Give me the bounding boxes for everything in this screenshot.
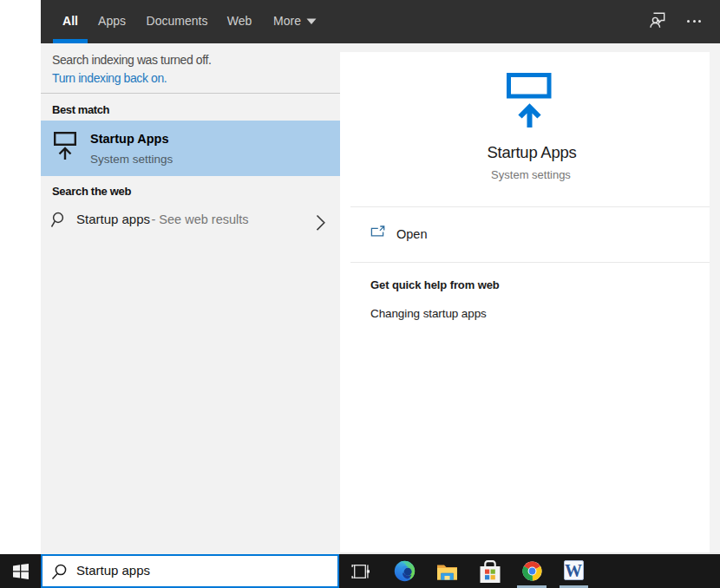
svg-text:W: W [565,561,582,580]
